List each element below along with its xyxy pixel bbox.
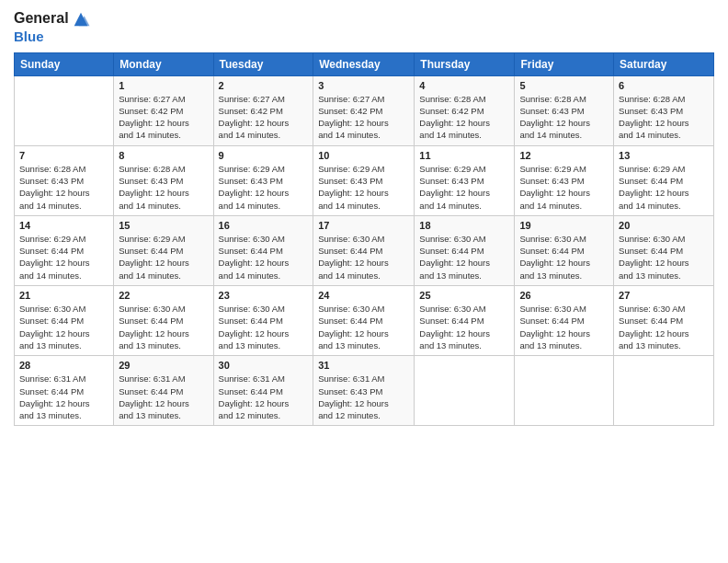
day-cell: 1Sunrise: 6:27 AMSunset: 6:42 PMDaylight…	[114, 75, 213, 145]
day-cell: 2Sunrise: 6:27 AMSunset: 6:42 PMDaylight…	[213, 75, 313, 145]
day-cell: 10Sunrise: 6:29 AMSunset: 6:43 PMDayligh…	[313, 145, 415, 215]
day-info: Sunrise: 6:30 AMSunset: 6:44 PMDaylight:…	[619, 233, 709, 282]
day-number: 21	[19, 290, 108, 301]
day-number: 7	[19, 150, 108, 161]
day-number: 19	[519, 220, 609, 231]
day-cell: 8Sunrise: 6:28 AMSunset: 6:43 PMDaylight…	[114, 145, 213, 215]
calendar-table: SundayMondayTuesdayWednesdayThursdayFrid…	[14, 52, 714, 427]
day-number: 10	[318, 150, 409, 161]
header-saturday: Saturday	[614, 52, 714, 75]
page: General Blue SundayMondayTuesdayWednesda…	[0, 0, 728, 563]
day-cell: 20Sunrise: 6:30 AMSunset: 6:44 PMDayligh…	[614, 215, 714, 285]
day-number: 29	[119, 360, 208, 371]
day-number: 22	[119, 290, 208, 301]
day-cell: 12Sunrise: 6:29 AMSunset: 6:43 PMDayligh…	[515, 145, 614, 215]
logo: General Blue	[14, 9, 91, 45]
day-info: Sunrise: 6:28 AMSunset: 6:42 PMDaylight:…	[419, 93, 509, 142]
day-info: Sunrise: 6:31 AMSunset: 6:44 PMDaylight:…	[119, 373, 208, 421]
header-tuesday: Tuesday	[213, 52, 313, 75]
day-number: 23	[219, 290, 309, 301]
week-row-4: 21Sunrise: 6:30 AMSunset: 6:44 PMDayligh…	[15, 286, 714, 356]
day-info: Sunrise: 6:29 AMSunset: 6:43 PMDaylight:…	[219, 163, 309, 212]
logo-text: General Blue	[14, 9, 91, 45]
day-cell: 16Sunrise: 6:30 AMSunset: 6:44 PMDayligh…	[213, 215, 313, 285]
day-cell: 7Sunrise: 6:28 AMSunset: 6:43 PMDaylight…	[15, 145, 114, 215]
day-cell: 3Sunrise: 6:27 AMSunset: 6:42 PMDaylight…	[313, 75, 415, 145]
day-info: Sunrise: 6:29 AMSunset: 6:44 PMDaylight:…	[119, 233, 208, 282]
day-info: Sunrise: 6:30 AMSunset: 6:44 PMDaylight:…	[619, 303, 709, 351]
day-cell: 22Sunrise: 6:30 AMSunset: 6:44 PMDayligh…	[114, 286, 213, 356]
day-cell: 9Sunrise: 6:29 AMSunset: 6:43 PMDaylight…	[213, 145, 313, 215]
day-cell: 18Sunrise: 6:30 AMSunset: 6:44 PMDayligh…	[415, 215, 515, 285]
day-info: Sunrise: 6:30 AMSunset: 6:44 PMDaylight:…	[519, 233, 609, 282]
header-thursday: Thursday	[415, 52, 515, 75]
day-number: 4	[419, 80, 509, 91]
day-cell: 6Sunrise: 6:28 AMSunset: 6:43 PMDaylight…	[614, 75, 714, 145]
day-cell: 30Sunrise: 6:31 AMSunset: 6:44 PMDayligh…	[213, 356, 313, 426]
day-cell: 5Sunrise: 6:28 AMSunset: 6:43 PMDaylight…	[515, 75, 614, 145]
day-cell: 27Sunrise: 6:30 AMSunset: 6:44 PMDayligh…	[614, 286, 714, 356]
day-cell: 13Sunrise: 6:29 AMSunset: 6:44 PMDayligh…	[614, 145, 714, 215]
day-cell: 28Sunrise: 6:31 AMSunset: 6:44 PMDayligh…	[15, 356, 114, 426]
day-cell: 15Sunrise: 6:29 AMSunset: 6:44 PMDayligh…	[114, 215, 213, 285]
day-number: 17	[318, 220, 409, 231]
day-cell	[614, 356, 714, 426]
day-number: 12	[519, 150, 609, 161]
day-info: Sunrise: 6:30 AMSunset: 6:44 PMDaylight:…	[519, 303, 609, 351]
calendar-header-row: SundayMondayTuesdayWednesdayThursdayFrid…	[15, 52, 714, 75]
day-info: Sunrise: 6:31 AMSunset: 6:44 PMDaylight:…	[19, 373, 108, 421]
day-info: Sunrise: 6:31 AMSunset: 6:43 PMDaylight:…	[318, 373, 409, 421]
day-cell: 21Sunrise: 6:30 AMSunset: 6:44 PMDayligh…	[15, 286, 114, 356]
header: General Blue	[14, 9, 714, 45]
day-cell: 24Sunrise: 6:30 AMSunset: 6:44 PMDayligh…	[313, 286, 415, 356]
day-number: 27	[619, 290, 709, 301]
day-number: 15	[119, 220, 208, 231]
day-cell: 17Sunrise: 6:30 AMSunset: 6:44 PMDayligh…	[313, 215, 415, 285]
day-info: Sunrise: 6:30 AMSunset: 6:44 PMDaylight:…	[19, 303, 108, 351]
day-info: Sunrise: 6:30 AMSunset: 6:44 PMDaylight:…	[219, 303, 309, 351]
day-info: Sunrise: 6:28 AMSunset: 6:43 PMDaylight:…	[619, 93, 709, 142]
day-cell: 14Sunrise: 6:29 AMSunset: 6:44 PMDayligh…	[15, 215, 114, 285]
day-info: Sunrise: 6:30 AMSunset: 6:44 PMDaylight:…	[119, 303, 208, 351]
day-number: 9	[219, 150, 309, 161]
day-number: 11	[419, 150, 509, 161]
day-cell: 26Sunrise: 6:30 AMSunset: 6:44 PMDayligh…	[515, 286, 614, 356]
day-number: 6	[619, 80, 709, 91]
day-info: Sunrise: 6:30 AMSunset: 6:44 PMDaylight:…	[318, 303, 409, 351]
day-cell: 19Sunrise: 6:30 AMSunset: 6:44 PMDayligh…	[515, 215, 614, 285]
header-wednesday: Wednesday	[313, 52, 415, 75]
week-row-1: 1Sunrise: 6:27 AMSunset: 6:42 PMDaylight…	[15, 75, 714, 145]
header-friday: Friday	[515, 52, 614, 75]
week-row-5: 28Sunrise: 6:31 AMSunset: 6:44 PMDayligh…	[15, 356, 714, 426]
day-info: Sunrise: 6:30 AMSunset: 6:44 PMDaylight:…	[419, 233, 509, 282]
day-cell: 11Sunrise: 6:29 AMSunset: 6:43 PMDayligh…	[415, 145, 515, 215]
day-number: 18	[419, 220, 509, 231]
day-number: 20	[619, 220, 709, 231]
day-cell	[415, 356, 515, 426]
day-number: 13	[619, 150, 709, 161]
day-number: 3	[318, 80, 409, 91]
day-number: 26	[519, 290, 609, 301]
header-sunday: Sunday	[15, 52, 114, 75]
day-number: 14	[19, 220, 108, 231]
day-info: Sunrise: 6:27 AMSunset: 6:42 PMDaylight:…	[318, 93, 409, 142]
day-info: Sunrise: 6:30 AMSunset: 6:44 PMDaylight:…	[219, 233, 309, 282]
day-number: 31	[318, 360, 409, 371]
day-number: 28	[19, 360, 108, 371]
day-number: 30	[219, 360, 309, 371]
day-info: Sunrise: 6:29 AMSunset: 6:44 PMDaylight:…	[619, 163, 709, 212]
day-cell	[15, 75, 114, 145]
day-number: 24	[318, 290, 409, 301]
day-info: Sunrise: 6:31 AMSunset: 6:44 PMDaylight:…	[219, 373, 309, 421]
day-info: Sunrise: 6:27 AMSunset: 6:42 PMDaylight:…	[219, 93, 309, 142]
day-cell: 4Sunrise: 6:28 AMSunset: 6:42 PMDaylight…	[415, 75, 515, 145]
day-info: Sunrise: 6:29 AMSunset: 6:43 PMDaylight:…	[318, 163, 409, 212]
day-info: Sunrise: 6:28 AMSunset: 6:43 PMDaylight:…	[119, 163, 208, 212]
day-number: 8	[119, 150, 208, 161]
day-number: 25	[419, 290, 509, 301]
day-cell	[515, 356, 614, 426]
day-info: Sunrise: 6:28 AMSunset: 6:43 PMDaylight:…	[519, 93, 609, 142]
day-cell: 25Sunrise: 6:30 AMSunset: 6:44 PMDayligh…	[415, 286, 515, 356]
day-info: Sunrise: 6:27 AMSunset: 6:42 PMDaylight:…	[119, 93, 208, 142]
day-cell: 31Sunrise: 6:31 AMSunset: 6:43 PMDayligh…	[313, 356, 415, 426]
